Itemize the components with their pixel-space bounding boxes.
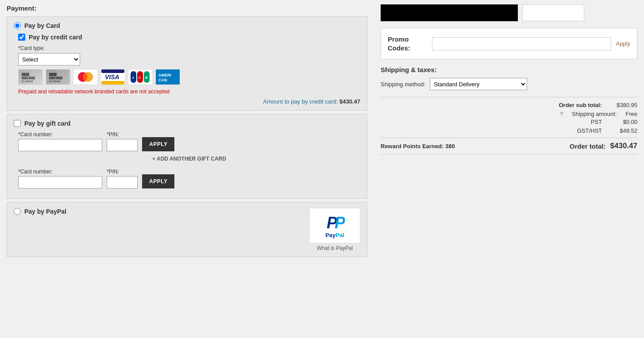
platinum-card-2-logo: ████ ████ ████ PLATINUM [46,69,70,85]
card-type-select[interactable]: Select Visa MasterCard Amex JCB [18,53,80,65]
pay-by-card-section: Pay by Card Pay by credit card *Card typ… [7,16,367,111]
pin-label-1: *PIN: [107,131,138,138]
svg-text:CAN: CAN [158,78,167,82]
subtotal-value: $380.95 [611,102,637,108]
pin-input-1[interactable] [107,139,138,151]
shipping-method-select[interactable]: Standard Delivery Express Delivery [430,78,527,90]
gift-card-fields: *Card number: *PIN: APPLY + ADD ANOTHER … [14,131,360,188]
promo-box: Promo Codes: Apply [381,28,637,59]
gift-card-section: Pay by gift card *Card number: *PIN: APP… [7,114,367,199]
svg-text:B: B [145,76,148,80]
right-panel: Promo Codes: Apply Shipping & taxes: Shi… [374,0,644,338]
svg-text:AMERI: AMERI [158,73,171,77]
card-number-input-2[interactable] [18,176,102,188]
not-accepted-text: Prepaid and reloadable network branded c… [18,88,360,95]
pst-row: PST $0.00 [381,119,637,125]
paypal-left: Pay by PayPal [14,208,66,219]
pin-label-2: *PIN: [107,169,138,175]
gift-card-row-2: *Card number: *PIN: APPLY [18,169,360,188]
svg-text:VISA: VISA [105,73,120,81]
top-bar-black [381,4,518,21]
amount-to-pay: Amount to pay by credit card: $430.47 [18,98,360,105]
visa-logo: VISA [100,69,125,85]
subtotal-label: Order sub total: [559,102,602,108]
summary-divider [381,138,637,138]
card-number-input-1[interactable] [18,139,102,151]
pay-by-card-header: Pay by Card [14,22,360,29]
svg-text:████ ████: ████ ████ [49,77,62,80]
pay-by-card-label: Pay by Card [24,22,60,29]
what-is-paypal-link[interactable]: What is PayPal [317,245,353,251]
svg-text:C: C [139,76,141,80]
paypal-text: PayPal [325,232,344,238]
gift-card-checkbox[interactable] [14,120,21,127]
summary-bottom-divider [381,154,637,154]
payment-title: Payment: [7,4,367,12]
shipping-section: Shipping & taxes: Shipping method: Stand… [381,66,637,154]
order-total-label: Order total: [570,142,606,150]
svg-rect-12 [101,69,124,73]
top-bar-white [522,4,584,21]
shipping-method-label: Shipping method: [381,81,425,88]
credit-card-checkbox[interactable] [18,34,25,41]
apply-button-1[interactable]: APPLY [142,137,174,151]
svg-rect-13 [101,81,124,84]
svg-text:████: ████ [49,73,57,76]
shipping-title: Shipping & taxes: [381,66,637,73]
amex-logo: AMERI CAN [155,69,180,85]
promo-input[interactable] [432,37,611,50]
order-total-right: Order total: $430.47 [570,142,637,150]
card-logos-row: ████ ████ ████ PLATINUM ████ ████ ████ P… [18,69,360,85]
pst-label: PST [591,119,602,125]
card-number-group-1: *Card number: [18,131,102,151]
pst-value: $0.00 [611,119,637,125]
promo-apply-link[interactable]: Apply [616,40,630,47]
svg-text:PLATINUM: PLATINUM [49,80,60,83]
gift-card-header: Pay by gift card [14,120,360,127]
shipping-amount-row: ? Shipping amount: Free [381,111,637,117]
pay-by-card-radio[interactable] [14,22,21,29]
top-bar [381,4,637,21]
card-number-group-2: *Card number: [18,169,102,188]
not-accepted-highlight: network branded cards are not accepted [74,88,170,95]
subtotal-row: Order sub total: $380.95 [381,102,637,108]
order-total-value: $430.47 [610,142,637,150]
svg-text:J: J [132,76,134,80]
gst-label: GST/HST [577,127,602,134]
promo-label: Promo Codes: [388,35,428,52]
amount-value: $430.47 [339,98,360,105]
pin-input-2[interactable] [107,176,138,188]
add-gift-card-link[interactable]: + ADD ANOTHER GIFT CARD [18,156,360,162]
gift-card-label: Pay by gift card [24,120,70,127]
apply-button-2[interactable]: APPLY [142,174,174,188]
card-number-label-2: *Card number: [18,169,102,175]
card-number-label-1: *Card number: [18,131,102,138]
shipping-amount-value: Free [625,111,637,117]
paypal-logo-box: P P PayPal [309,208,360,243]
paypal-section: Pay by PayPal P P PayPal What is PayPal [7,202,367,257]
platinum-card-1-logo: ████ ████ ████ PLATINUM [18,69,43,85]
gst-value: $49.52 [611,127,637,134]
left-panel: Payment: Pay by Card Pay by credit card … [0,0,374,338]
order-summary: Order sub total: $380.95 ? Shipping amou… [381,97,637,154]
pin-group-2: *PIN: [107,169,138,188]
shipping-amount-label: Shipping amount: [572,111,617,117]
total-row: Reward Points Earned: 380 Order total: $… [381,142,637,150]
svg-text:PLATINUM: PLATINUM [22,80,33,83]
paypal-logo-area: P P PayPal What is PayPal [309,208,360,251]
pin-group-1: *PIN: [107,131,138,151]
card-type-row: *Card type: Select Visa MasterCard Amex … [18,45,360,65]
credit-card-header: Pay by credit card [18,34,360,41]
credit-card-subsection: Pay by credit card *Card type: Select Vi… [14,34,360,105]
card-type-label: *Card type: [18,45,360,51]
paypal-radio[interactable] [14,208,21,215]
paypal-logo-svg: P P [325,213,345,230]
paypal-label: Pay by PayPal [24,208,66,215]
shipping-question-mark: ? [560,111,563,117]
gst-row: GST/HST $49.52 [381,127,637,134]
svg-text:████ ████: ████ ████ [22,77,35,80]
mastercard-logo [73,69,98,85]
svg-text:P: P [335,214,345,230]
gift-card-row-1: *Card number: *PIN: APPLY [18,131,360,151]
jcb-logo: J C B [128,69,153,85]
